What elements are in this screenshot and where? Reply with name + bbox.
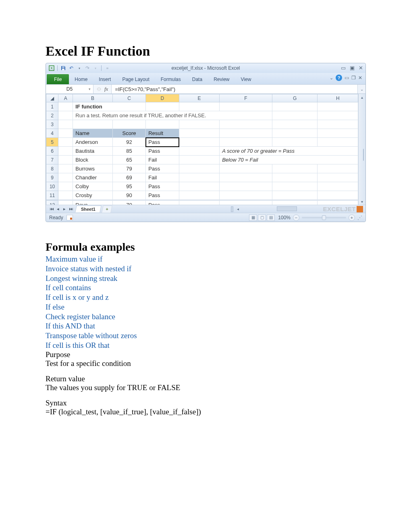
workbook-minimize-icon[interactable]: ▭	[345, 75, 349, 81]
col-header[interactable]: B	[73, 94, 113, 102]
cell[interactable]: Block	[73, 156, 113, 164]
spreadsheet-grid[interactable]: ◢ A B C D E F G H 1IF function 2Run a te…	[46, 94, 358, 200]
cancel-formula-icon[interactable]: ⦵	[97, 86, 101, 92]
vertical-scrollbar[interactable]: ▴ ▾	[358, 94, 365, 205]
col-header[interactable]: F	[220, 94, 272, 102]
redo-icon[interactable]: ↷	[84, 65, 91, 71]
fx-icon[interactable]: fx	[104, 86, 108, 92]
workbook-close-icon[interactable]: ✕	[358, 75, 362, 81]
cell[interactable]: Score	[112, 129, 145, 138]
cell[interactable]: 95	[112, 182, 145, 191]
cell[interactable]: Pass	[146, 191, 179, 200]
row-header[interactable]: 5	[46, 138, 58, 147]
cell[interactable]: 69	[112, 173, 145, 182]
undo-icon[interactable]: ↶	[68, 65, 75, 71]
cell[interactable]: Result	[146, 129, 179, 138]
zoom-out-icon[interactable]: −	[293, 214, 299, 221]
new-sheet-icon[interactable]: ✦	[102, 206, 112, 213]
save-icon[interactable]	[60, 65, 66, 71]
zoom-in-icon[interactable]: +	[349, 214, 355, 221]
col-header[interactable]: E	[179, 94, 220, 102]
example-link[interactable]: If cell is this OR that	[46, 341, 367, 350]
macro-record-icon[interactable]	[66, 215, 73, 220]
example-link[interactable]: Transpose table without zeros	[46, 331, 367, 341]
scroll-down-icon[interactable]: ▾	[361, 198, 363, 205]
col-header[interactable]: A	[58, 94, 73, 102]
sheet-tab[interactable]: Sheet1	[75, 206, 102, 212]
tab-nav-last-icon[interactable]: ⏭	[68, 206, 74, 212]
qat-customize-icon[interactable]: ＝	[104, 65, 110, 71]
view-layout-icon[interactable]: ▢	[258, 214, 266, 221]
cell[interactable]: Colby	[73, 182, 113, 191]
tab-nav-prev-icon[interactable]: ◂	[55, 206, 61, 212]
ribbon-tab-formulas[interactable]: Formulas	[155, 74, 187, 84]
example-link[interactable]: Longest winning streak	[46, 274, 367, 283]
cell[interactable]: Burrows	[73, 164, 113, 173]
ribbon-tab-page-layout[interactable]: Page Layout	[116, 74, 155, 84]
tab-split-handle[interactable]	[231, 206, 233, 212]
cell[interactable]: Run a test. Return one result if TRUE, a…	[73, 111, 272, 120]
zoom-slider[interactable]	[302, 217, 346, 218]
cell[interactable]: Bautista	[73, 147, 113, 156]
example-link[interactable]: Invoice status with nested if	[46, 264, 367, 274]
cell[interactable]: 70	[112, 201, 145, 205]
cell[interactable]: Pass	[146, 201, 179, 205]
row-header[interactable]: 9	[46, 173, 58, 182]
tab-nav-first-icon[interactable]: ⏮	[48, 206, 55, 212]
cell[interactable]: Name	[73, 129, 113, 138]
ribbon-tab-home[interactable]: Home	[69, 74, 93, 84]
file-tab[interactable]: File	[47, 74, 69, 84]
col-header[interactable]: H	[318, 94, 358, 102]
cell[interactable]: Dove	[73, 201, 113, 205]
zoom-slider-thumb[interactable]	[322, 215, 326, 220]
row-header[interactable]: 11	[46, 191, 58, 200]
formula-input[interactable]: =IF(C5>=70,"Pass","Fail")	[112, 85, 357, 94]
ribbon-tab-insert[interactable]: Insert	[93, 74, 116, 84]
col-header[interactable]: C	[112, 94, 145, 102]
cell[interactable]: Pass	[146, 147, 179, 156]
scrollbar-thumb[interactable]	[363, 149, 364, 161]
close-icon[interactable]: ✕	[359, 65, 363, 71]
help-icon[interactable]: ?	[336, 75, 342, 81]
name-box[interactable]: D5 ▾	[46, 85, 93, 94]
selected-cell[interactable]: Pass	[146, 138, 179, 147]
example-link[interactable]: Check register balance	[46, 312, 367, 322]
row-header[interactable]: 12	[46, 201, 58, 205]
hscroll-thumb[interactable]	[277, 206, 297, 211]
cell[interactable]: Chandler	[73, 173, 113, 182]
view-normal-icon[interactable]: ▦	[249, 214, 257, 221]
row-header[interactable]: 4	[46, 129, 58, 138]
row-header[interactable]: 2	[46, 111, 58, 120]
col-header[interactable]: G	[272, 94, 318, 102]
row-header[interactable]: 1	[46, 102, 58, 111]
scroll-up-icon[interactable]: ▴	[361, 94, 363, 100]
hscroll-left-icon[interactable]: ◂	[235, 207, 241, 211]
row-header[interactable]: 10	[46, 182, 58, 191]
cell[interactable]: Fail	[146, 173, 179, 182]
ribbon-minimize-icon[interactable]: ⌄	[330, 75, 333, 81]
row-header[interactable]: 6	[46, 147, 58, 156]
workbook-restore-icon[interactable]: ❐	[351, 75, 356, 81]
col-header[interactable]: D	[146, 94, 179, 102]
ribbon-tab-review[interactable]: Review	[208, 74, 235, 84]
tab-nav-next-icon[interactable]: ▸	[61, 206, 68, 212]
row-header[interactable]: 7	[46, 156, 58, 164]
maximize-icon[interactable]: ▣	[350, 65, 355, 71]
formula-expand-icon[interactable]: ⌄	[357, 85, 365, 94]
cell[interactable]: Pass	[146, 182, 179, 191]
cell[interactable]: Pass	[146, 164, 179, 173]
example-link[interactable]: Maximum value if	[46, 254, 367, 264]
ribbon-tab-view[interactable]: View	[235, 74, 257, 84]
ribbon-tab-data[interactable]: Data	[187, 74, 208, 84]
cell[interactable]: 90	[112, 191, 145, 200]
cell[interactable]: 92	[112, 138, 145, 147]
redo-dropdown-icon[interactable]: ▾	[92, 65, 99, 71]
resize-grip-icon[interactable]: ⋰	[357, 215, 362, 220]
minimize-icon[interactable]: ▭	[341, 65, 346, 71]
name-box-dropdown-icon[interactable]: ▾	[89, 87, 91, 91]
example-link[interactable]: If else	[46, 302, 367, 312]
cell[interactable]: IF function	[73, 102, 146, 111]
cell[interactable]: A score of 70 or greater = Pass	[220, 147, 358, 156]
cell[interactable]: Fail	[146, 156, 179, 164]
cell[interactable]: 85	[112, 147, 145, 156]
